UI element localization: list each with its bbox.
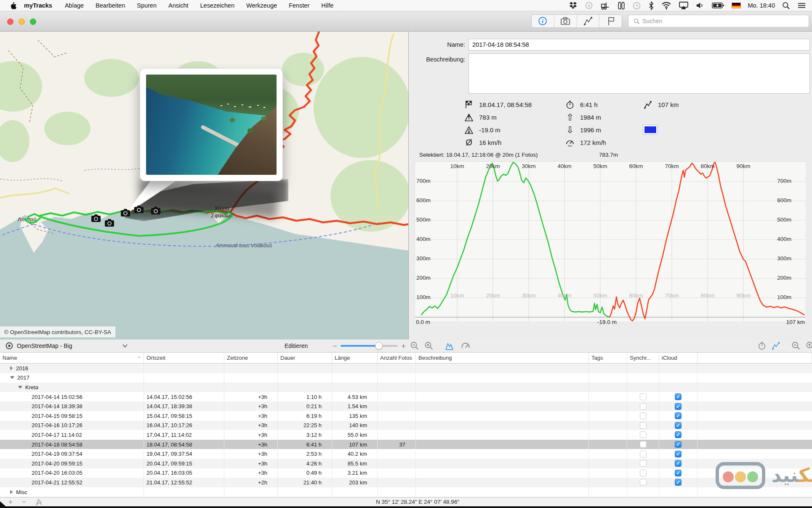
column-header-Beschreibung[interactable]: Beschreibung <box>416 353 589 363</box>
waypoint-pin-icon[interactable] <box>35 498 43 506</box>
spotlight-search-icon[interactable] <box>782 2 790 10</box>
menu-item-ansicht[interactable]: Ansicht <box>162 2 194 9</box>
column-header-Ortszeit[interactable]: Ortszeit <box>144 353 224 363</box>
pages-icon[interactable] <box>618 1 625 10</box>
slider-minus[interactable]: − <box>333 342 337 350</box>
slider-plus[interactable]: + <box>401 342 406 350</box>
menu-item-spuren[interactable]: Spuren <box>131 2 162 9</box>
synchr-checkbox[interactable] <box>640 393 647 400</box>
synchr-checkbox[interactable] <box>640 403 647 410</box>
map-zoom-slider[interactable]: − + <box>333 342 406 350</box>
synchr-checkbox[interactable] <box>640 479 647 486</box>
icloud-checkbox[interactable]: ✓ <box>675 441 682 448</box>
apple-menu-icon[interactable] <box>9 1 16 10</box>
time-axis-icon[interactable] <box>758 341 766 350</box>
chart-zoom-in-icon[interactable] <box>806 341 812 350</box>
menu-clock[interactable]: Mo. 18:40 <box>748 2 775 9</box>
synchr-checkbox[interactable] <box>640 441 647 448</box>
track-button[interactable] <box>577 15 600 27</box>
column-header-Zeitzone[interactable]: Zeitzone <box>224 353 278 363</box>
time-machine-icon[interactable] <box>632 1 641 10</box>
menu-item-fenster[interactable]: Fenster <box>283 2 315 9</box>
airplay-icon[interactable] <box>679 1 689 10</box>
map-layer-select[interactable]: OpenStreetMap - Big <box>0 342 145 350</box>
column-header-Name[interactable]: Name^ <box>0 353 144 363</box>
disclosure-triangle[interactable] <box>10 366 13 370</box>
table-row-group[interactable]: 2016 <box>0 364 812 373</box>
track-color-swatch[interactable] <box>643 125 658 135</box>
synchr-checkbox[interactable] <box>640 460 647 467</box>
map-view[interactable]: Λουτρό Χώρα Σφακίων Ammoudi tous Volakou… <box>0 32 409 340</box>
menu-item-lesezeichen[interactable]: Lesezeichen <box>194 2 240 9</box>
synchr-checkbox[interactable] <box>640 470 647 476</box>
disclosure-triangle[interactable] <box>10 376 14 379</box>
chart-zoom-out-icon[interactable] <box>791 341 801 350</box>
flag-button[interactable] <box>599 15 622 27</box>
distance-axis-icon[interactable] <box>771 341 780 350</box>
synchr-checkbox[interactable] <box>640 422 647 429</box>
d-circle-icon[interactable]: d <box>585 1 593 10</box>
menu-item-bearbeiten[interactable]: Bearbeiten <box>90 2 131 9</box>
column-header-iCloud[interactable]: iCloud <box>659 353 698 363</box>
menu-item-app[interactable]: myTracks <box>16 2 59 9</box>
column-header-Länge[interactable]: Länge <box>332 353 378 363</box>
beschreibung-textarea[interactable] <box>469 53 810 94</box>
volume-icon[interactable] <box>696 1 705 10</box>
speed-mode-icon[interactable] <box>461 341 471 350</box>
table-row-track[interactable]: 2017-04-19 09:37:5419.04.17, 09:37:54+3h… <box>0 449 812 459</box>
synchr-checkbox[interactable] <box>640 412 647 419</box>
slider-thumb[interactable] <box>375 342 383 350</box>
column-header-Tags[interactable]: Tags <box>589 353 627 363</box>
camera-marker[interactable] <box>150 206 161 215</box>
camera-marker[interactable] <box>104 218 115 227</box>
table-row-track[interactable]: 2017-04-17 11:14:0217.04.17, 11:14:02+3h… <box>0 430 812 440</box>
zoom-in-icon[interactable] <box>424 341 434 350</box>
table-row-track[interactable]: 2017-04-18 08:54:5818.04.17, 08:54:58+3h… <box>0 440 812 449</box>
column-header-spacer[interactable] <box>698 353 812 363</box>
disclosure-triangle[interactable] <box>18 386 22 389</box>
column-header-Dauer[interactable]: Dauer <box>278 353 332 363</box>
icloud-checkbox[interactable]: ✓ <box>675 422 682 429</box>
icloud-checkbox[interactable]: ✓ <box>675 431 682 438</box>
forklift-icon[interactable] <box>600 1 610 10</box>
add-button[interactable]: + <box>8 498 13 506</box>
photo-thumbnail[interactable] <box>146 75 277 175</box>
icloud-checkbox[interactable]: ✓ <box>675 412 682 419</box>
table-row-track[interactable]: 2017-04-14 15:02:5614.04.17, 15:02:56+3h… <box>0 392 812 402</box>
synchr-checkbox[interactable] <box>640 451 647 457</box>
column-header-Synchr...[interactable]: Synchr... <box>627 353 659 363</box>
column-header-Anzahl Fotos[interactable]: Anzahl Fotos <box>378 353 416 363</box>
table-row-track[interactable]: 2017-04-15 09:58:1515.04.17, 09:58:15+3h… <box>0 411 812 421</box>
window-minimize-button[interactable] <box>19 19 25 25</box>
table-row-group[interactable]: Kreta <box>0 382 812 392</box>
wifi-icon[interactable] <box>661 1 671 10</box>
disclosure-triangle[interactable] <box>10 490 13 494</box>
camera-marker[interactable] <box>120 208 131 217</box>
window-close-button[interactable] <box>7 19 13 25</box>
camera-button[interactable] <box>554 15 577 27</box>
keyboard-flag-de-icon[interactable] <box>732 3 741 8</box>
menu-item-werkzeuge[interactable]: Werkzeuge <box>240 2 283 9</box>
icloud-checkbox[interactable]: ✓ <box>675 403 682 410</box>
table-row-track[interactable]: 2017-04-16 10:17:2616.04.17, 10:17:26+3h… <box>0 421 812 430</box>
camera-marker[interactable] <box>91 214 101 223</box>
photo-popup[interactable] <box>140 68 283 181</box>
track-name-input[interactable] <box>469 39 810 51</box>
menu-item-ablage[interactable]: Ablage <box>59 2 90 9</box>
bluetooth-icon[interactable] <box>648 1 654 10</box>
battery-charging-icon[interactable] <box>712 2 724 9</box>
elevation-chart-canvas[interactable]: 10km10km20km20km30km30km40km40km50km50km… <box>415 162 806 321</box>
camera-marker[interactable] <box>133 205 144 214</box>
editieren-label[interactable]: Editieren <box>285 342 308 349</box>
elevation-chart[interactable]: 10km10km20km20km30km30km40km40km50km50km… <box>415 161 805 321</box>
dropbox-icon[interactable] <box>569 1 578 10</box>
search-input[interactable]: Suchen <box>628 15 809 27</box>
slider-track[interactable] <box>341 345 398 347</box>
table-row-group[interactable]: 2017 <box>0 373 812 383</box>
zoom-out-icon[interactable] <box>410 341 419 350</box>
icloud-checkbox[interactable]: ✓ <box>675 393 682 400</box>
info-button[interactable]: i <box>532 15 554 27</box>
window-zoom-button[interactable] <box>30 19 36 25</box>
table-row-track[interactable]: 2017-04-14 18:39:3814.04.17, 18:39:38+3h… <box>0 401 812 411</box>
elevation-mode-icon[interactable] <box>445 341 455 351</box>
